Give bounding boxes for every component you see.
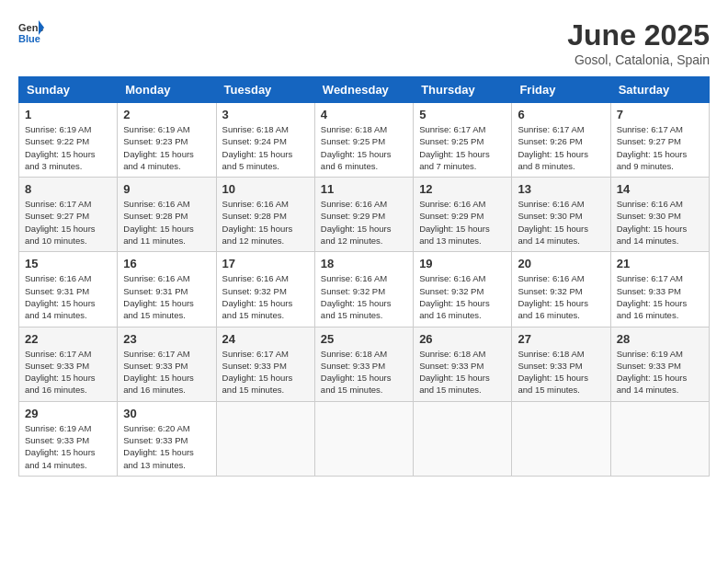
table-row — [610, 401, 709, 476]
calendar-header-row: Sunday Monday Tuesday Wednesday Thursday… — [19, 77, 710, 103]
logo: General Blue — [18, 18, 44, 44]
table-row: 26 Sunrise: 6:18 AMSunset: 9:33 PMDaylig… — [414, 327, 512, 401]
col-monday: Monday — [118, 77, 216, 103]
table-row: 5 Sunrise: 6:17 AMSunset: 9:25 PMDayligh… — [414, 103, 512, 178]
table-row: 27 Sunrise: 6:18 AMSunset: 9:33 PMDaylig… — [512, 327, 610, 401]
table-row: 2 Sunrise: 6:19 AMSunset: 9:23 PMDayligh… — [118, 103, 216, 178]
col-thursday: Thursday — [414, 77, 512, 103]
table-row — [216, 401, 314, 476]
table-row: 13 Sunrise: 6:16 AMSunset: 9:30 PMDaylig… — [512, 178, 610, 252]
col-sunday: Sunday — [19, 77, 118, 103]
col-friday: Friday — [512, 77, 610, 103]
table-row: 9 Sunrise: 6:16 AMSunset: 9:28 PMDayligh… — [118, 178, 216, 252]
table-row: 4 Sunrise: 6:18 AMSunset: 9:25 PMDayligh… — [314, 103, 413, 178]
logo-icon: General Blue — [18, 18, 44, 44]
table-row: 21 Sunrise: 6:17 AMSunset: 9:33 PMDaylig… — [610, 252, 709, 327]
table-row: 18 Sunrise: 6:16 AMSunset: 9:32 PMDaylig… — [314, 252, 413, 327]
col-tuesday: Tuesday — [216, 77, 314, 103]
table-row — [314, 401, 413, 476]
page-subtitle: Gosol, Catalonia, Spain — [567, 52, 710, 67]
table-row: 12 Sunrise: 6:16 AMSunset: 9:29 PMDaylig… — [414, 178, 512, 252]
table-row: 7 Sunrise: 6:17 AMSunset: 9:27 PMDayligh… — [610, 103, 709, 178]
calendar: Sunday Monday Tuesday Wednesday Thursday… — [18, 76, 710, 477]
table-row: 16 Sunrise: 6:16 AMSunset: 9:31 PMDaylig… — [118, 252, 216, 327]
table-row: 8 Sunrise: 6:17 AMSunset: 9:27 PMDayligh… — [19, 178, 118, 252]
table-row: 24 Sunrise: 6:17 AMSunset: 9:33 PMDaylig… — [216, 327, 314, 401]
table-row: 15 Sunrise: 6:16 AMSunset: 9:31 PMDaylig… — [19, 252, 118, 327]
col-wednesday: Wednesday — [314, 77, 413, 103]
table-row: 25 Sunrise: 6:18 AMSunset: 9:33 PMDaylig… — [314, 327, 413, 401]
header: General Blue June 2025 Gosol, Catalonia,… — [18, 18, 710, 67]
table-row: 22 Sunrise: 6:17 AMSunset: 9:33 PMDaylig… — [19, 327, 118, 401]
table-row: 23 Sunrise: 6:17 AMSunset: 9:33 PMDaylig… — [118, 327, 216, 401]
table-row — [512, 401, 610, 476]
col-saturday: Saturday — [610, 77, 709, 103]
table-row: 20 Sunrise: 6:16 AMSunset: 9:32 PMDaylig… — [512, 252, 610, 327]
table-row: 14 Sunrise: 6:16 AMSunset: 9:30 PMDaylig… — [610, 178, 709, 252]
table-row: 11 Sunrise: 6:16 AMSunset: 9:29 PMDaylig… — [314, 178, 413, 252]
table-row: 10 Sunrise: 6:16 AMSunset: 9:28 PMDaylig… — [216, 178, 314, 252]
table-row: 3 Sunrise: 6:18 AMSunset: 9:24 PMDayligh… — [216, 103, 314, 178]
table-row: 6 Sunrise: 6:17 AMSunset: 9:26 PMDayligh… — [512, 103, 610, 178]
table-row — [414, 401, 512, 476]
table-row: 17 Sunrise: 6:16 AMSunset: 9:32 PMDaylig… — [216, 252, 314, 327]
table-row: 1 Sunrise: 6:19 AMSunset: 9:22 PMDayligh… — [19, 103, 118, 178]
table-row: 19 Sunrise: 6:16 AMSunset: 9:32 PMDaylig… — [414, 252, 512, 327]
table-row: 30 Sunrise: 6:20 AMSunset: 9:33 PMDaylig… — [118, 401, 216, 476]
table-row: 28 Sunrise: 6:19 AMSunset: 9:33 PMDaylig… — [610, 327, 709, 401]
svg-text:Blue: Blue — [18, 33, 40, 44]
title-area: June 2025 Gosol, Catalonia, Spain — [567, 18, 710, 67]
page-title: June 2025 — [567, 18, 710, 52]
table-row: 29 Sunrise: 6:19 AMSunset: 9:33 PMDaylig… — [19, 401, 118, 476]
